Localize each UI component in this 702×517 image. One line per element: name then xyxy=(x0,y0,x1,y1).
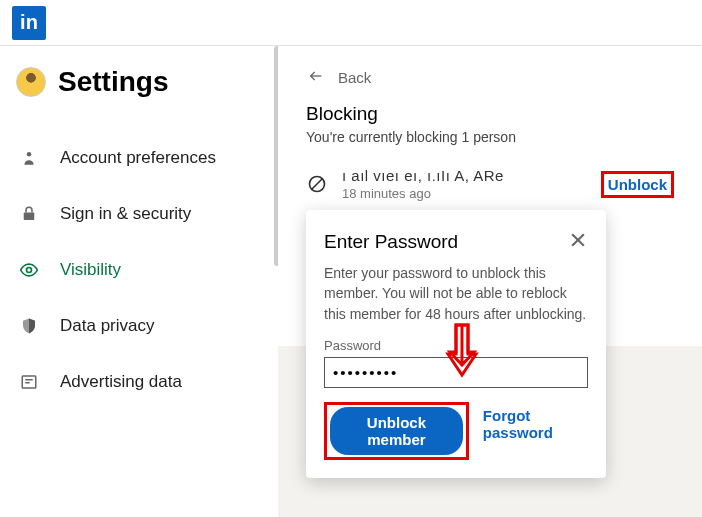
person-icon xyxy=(18,149,40,167)
eye-icon xyxy=(18,260,40,280)
back-button[interactable]: Back xyxy=(306,68,674,87)
avatar[interactable] xyxy=(16,67,46,97)
section-subtitle: You're currently blocking 1 person xyxy=(306,129,674,145)
blocked-member-name: ı aıl vıeı eı, ı.ıIı A, ARe xyxy=(342,167,504,184)
newspaper-icon xyxy=(18,373,40,391)
sidebar-item-advertising-data[interactable]: Advertising data xyxy=(12,354,278,410)
sidebar: Settings Account preferences Sign in & s… xyxy=(0,46,278,517)
back-label: Back xyxy=(338,69,371,86)
sidebar-item-label: Account preferences xyxy=(60,148,216,168)
unblock-button[interactable]: Unblock xyxy=(608,176,667,193)
svg-line-8 xyxy=(312,179,322,189)
sidebar-item-visibility[interactable]: Visibility xyxy=(12,242,278,298)
blocked-icon xyxy=(306,173,328,195)
modal-title: Enter Password xyxy=(324,231,458,253)
sidebar-item-data-privacy[interactable]: Data privacy xyxy=(12,298,278,354)
settings-header: Settings xyxy=(12,66,278,98)
svg-point-2 xyxy=(27,268,32,273)
unblock-member-button[interactable]: Unblock member xyxy=(330,407,463,455)
sidebar-item-label: Advertising data xyxy=(60,372,182,392)
lock-icon xyxy=(18,205,40,223)
forgot-password-link[interactable]: Forgot password xyxy=(483,407,588,441)
password-field-label: Password xyxy=(324,338,588,353)
arrow-left-icon xyxy=(306,68,326,87)
close-icon[interactable] xyxy=(568,230,588,253)
enter-password-modal: Enter Password Enter your password to un… xyxy=(306,210,606,478)
sidebar-item-label: Sign in & security xyxy=(60,204,191,224)
annotation-highlight: Unblock xyxy=(601,171,674,198)
sidebar-item-account-preferences[interactable]: Account preferences xyxy=(12,130,278,186)
modal-body-text: Enter your password to unblock this memb… xyxy=(324,263,588,324)
password-input[interactable] xyxy=(324,357,588,388)
svg-point-0 xyxy=(27,152,32,157)
sidebar-item-sign-in-security[interactable]: Sign in & security xyxy=(12,186,278,242)
topbar: in xyxy=(0,0,702,46)
sidebar-item-label: Visibility xyxy=(60,260,121,280)
blocked-member-time: 18 minutes ago xyxy=(342,186,504,201)
section-title: Blocking xyxy=(306,103,674,125)
blocked-member-row: ı aıl vıeı eı, ı.ıIı A, ARe 18 minutes a… xyxy=(306,167,674,201)
linkedin-logo[interactable]: in xyxy=(12,6,46,40)
sidebar-item-label: Data privacy xyxy=(60,316,154,336)
page-title: Settings xyxy=(58,66,168,98)
svg-rect-1 xyxy=(24,213,35,221)
shield-icon xyxy=(18,317,40,335)
annotation-highlight: Unblock member xyxy=(324,402,469,460)
